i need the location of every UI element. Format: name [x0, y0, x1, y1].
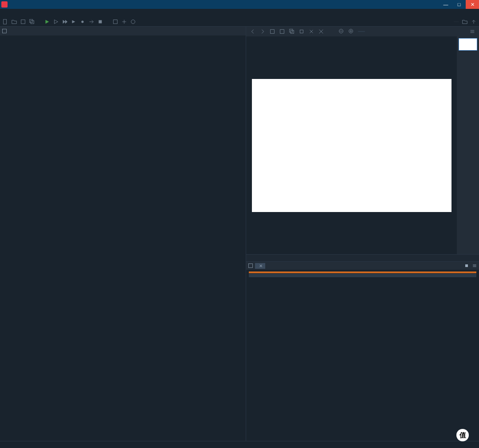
svg-rect-17	[465, 264, 468, 267]
svg-rect-11	[290, 29, 293, 32]
pane-options-icon[interactable]	[469, 28, 475, 35]
interrupt-icon[interactable]	[464, 263, 469, 268]
zoom-out-icon[interactable]	[338, 28, 345, 35]
run-cell-icon[interactable]	[53, 19, 59, 25]
watermark: 值	[456, 429, 472, 441]
statusbar	[0, 441, 479, 448]
editor-pane	[0, 27, 246, 441]
svg-rect-2	[30, 19, 33, 22]
file-browser-icon[interactable]	[2, 28, 7, 34]
close-button[interactable]: ✕	[466, 0, 479, 9]
prev-plot-icon[interactable]	[250, 28, 256, 35]
stop-icon[interactable]	[97, 19, 103, 25]
plot-thumbnails	[457, 36, 479, 254]
editor-tabs	[0, 27, 246, 35]
prefs-icon[interactable]	[130, 19, 136, 25]
warning-banner	[249, 271, 476, 273]
svg-rect-8	[3, 29, 7, 33]
console-options-icon[interactable]	[472, 263, 477, 268]
svg-rect-1	[21, 20, 25, 24]
new-file-icon[interactable]	[2, 19, 8, 25]
menubar	[0, 9, 479, 17]
working-dir[interactable]	[454, 21, 459, 22]
maximize-button[interactable]: □	[452, 0, 466, 9]
open-folder-icon[interactable]	[11, 19, 17, 25]
svg-rect-9	[271, 30, 275, 34]
python-path-icon[interactable]	[121, 19, 127, 25]
run-icon[interactable]	[44, 19, 50, 25]
svg-rect-5	[99, 20, 102, 23]
plots-pane	[246, 27, 479, 262]
max-pane-icon[interactable]	[112, 19, 118, 25]
parent-dir-icon[interactable]	[471, 19, 477, 25]
main-toolbar	[0, 17, 479, 27]
save-all-plots-icon[interactable]	[289, 28, 295, 35]
watermark-icon: 值	[456, 429, 469, 441]
save-plot-icon[interactable]	[279, 28, 285, 35]
run-cell-advance-icon[interactable]	[62, 19, 68, 25]
delete-plot-icon[interactable]	[308, 28, 314, 35]
console-output[interactable]	[246, 270, 479, 441]
svg-point-4	[81, 20, 83, 23]
debug-step-icon[interactable]	[88, 19, 94, 25]
warning-message	[249, 274, 476, 277]
svg-point-7	[131, 20, 135, 24]
console-pane: ✕	[246, 262, 479, 441]
run-selection-icon[interactable]	[71, 19, 77, 25]
plot-thumbnail[interactable]	[459, 38, 477, 51]
delete-all-plots-icon[interactable]	[318, 28, 324, 35]
debug-icon[interactable]	[79, 19, 86, 25]
svg-rect-13	[300, 30, 303, 33]
svg-rect-0	[4, 19, 7, 24]
next-plot-icon[interactable]	[259, 28, 266, 35]
save-icon[interactable]	[20, 19, 26, 25]
svg-rect-12	[291, 30, 294, 33]
plot-figure	[252, 79, 452, 212]
zoom-in-icon[interactable]	[348, 28, 354, 35]
console-list-icon[interactable]	[248, 263, 253, 268]
minimize-button[interactable]: —	[439, 0, 452, 9]
svg-rect-16	[249, 264, 253, 268]
titlebar: — □ ✕	[0, 0, 479, 9]
zoom-level	[358, 31, 365, 32]
zoom-fit-icon[interactable]	[269, 28, 275, 35]
console-tab[interactable]: ✕	[255, 263, 265, 269]
close-icon[interactable]: ✕	[259, 263, 263, 268]
copy-plot-icon[interactable]	[298, 28, 305, 35]
svg-rect-6	[114, 20, 118, 24]
code-editor[interactable]	[0, 35, 246, 441]
svg-rect-10	[280, 30, 284, 34]
browse-dir-icon[interactable]	[462, 19, 468, 25]
save-all-icon[interactable]	[29, 19, 35, 25]
app-icon	[1, 1, 8, 8]
svg-rect-3	[31, 20, 34, 24]
